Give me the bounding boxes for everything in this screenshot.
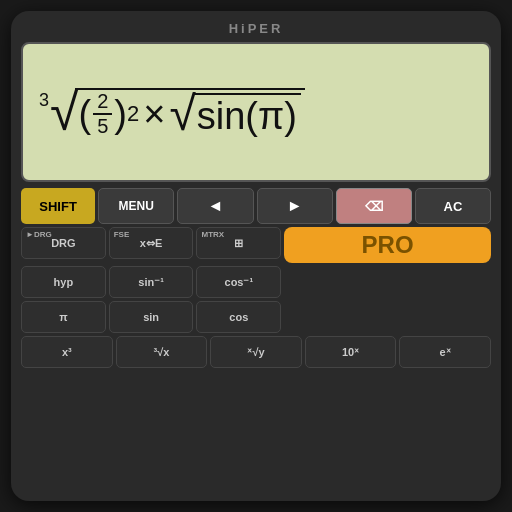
display-expression: 3 √ ( 2 5 ) 2 × √ sin(π) bbox=[39, 86, 305, 138]
button-row-5: x³ ³√x ˣ√y 10ˣ eˣ bbox=[21, 336, 491, 368]
drg-button[interactable]: ►DRG DRG bbox=[21, 227, 106, 259]
ex-button[interactable]: eˣ bbox=[399, 336, 491, 368]
brand-label: HiPER bbox=[229, 21, 284, 36]
menu-button[interactable]: MENU bbox=[98, 188, 174, 224]
xE-button[interactable]: FSE x⇔E bbox=[109, 227, 194, 259]
backspace-button[interactable]: ⌫ bbox=[336, 188, 412, 224]
sin-button[interactable]: sin bbox=[109, 301, 194, 333]
shift-button[interactable]: SHIFT bbox=[21, 188, 95, 224]
inner-radical: √ sin(π) bbox=[169, 90, 300, 138]
ac-button[interactable]: AC bbox=[415, 188, 491, 224]
button-row-3: hyp sin⁻¹ cos⁻¹ bbox=[21, 266, 491, 298]
right-arrow-button[interactable]: ► bbox=[257, 188, 333, 224]
outer-radical: 3 √ ( 2 5 ) 2 × √ sin(π) bbox=[39, 86, 305, 138]
fse-sublabel: FSE bbox=[114, 230, 130, 239]
10x-button[interactable]: 10ˣ bbox=[305, 336, 397, 368]
pi-button[interactable]: π bbox=[21, 301, 106, 333]
button-row-2: ►DRG DRG FSE x⇔E MTRX ⊞ PRO bbox=[21, 227, 491, 263]
buttons-area: SHIFT MENU ◄ ► ⌫ AC ►DRG DRG FSE x⇔E MTR… bbox=[21, 188, 491, 493]
cube-root-button[interactable]: ³√x bbox=[116, 336, 208, 368]
arccos-button[interactable]: cos⁻¹ bbox=[196, 266, 281, 298]
calculator: HiPER 3 √ ( 2 5 ) 2 × √ bbox=[11, 11, 501, 501]
button-row-1: SHIFT MENU ◄ ► ⌫ AC bbox=[21, 188, 491, 224]
pro-badge: PRO bbox=[284, 227, 491, 263]
mtrx-sublabel: MTRX bbox=[201, 230, 224, 239]
display-screen: 3 √ ( 2 5 ) 2 × √ sin(π) bbox=[21, 42, 491, 182]
x3-button[interactable]: x³ bbox=[21, 336, 113, 368]
drg-sublabel: ►DRG bbox=[26, 230, 52, 239]
hyp-button[interactable]: hyp bbox=[21, 266, 106, 298]
xth-root-button[interactable]: ˣ√y bbox=[210, 336, 302, 368]
matrix-button[interactable]: MTRX ⊞ bbox=[196, 227, 281, 259]
cos-button[interactable]: cos bbox=[196, 301, 281, 333]
arcsin-button[interactable]: sin⁻¹ bbox=[109, 266, 194, 298]
left-arrow-button[interactable]: ◄ bbox=[177, 188, 253, 224]
button-row-4: π sin cos bbox=[21, 301, 491, 333]
